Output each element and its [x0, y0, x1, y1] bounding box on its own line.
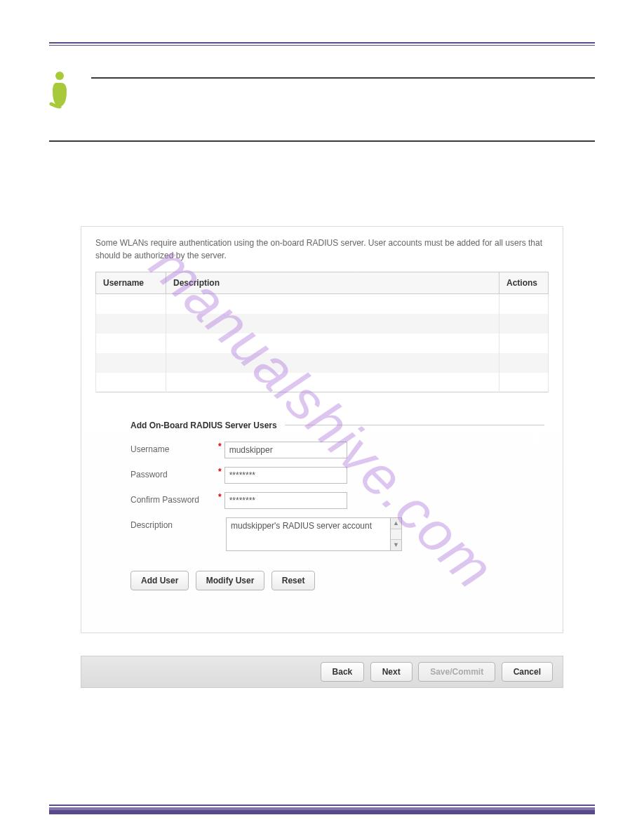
username-input[interactable]: [224, 442, 347, 458]
table-row: [96, 314, 549, 333]
textarea-scroll: ▲ ▼: [391, 517, 402, 551]
next-button[interactable]: Next: [370, 662, 412, 682]
info-icon: [46, 70, 74, 109]
add-user-form: Add On-Board RADIUS Server Users Usernam…: [130, 421, 549, 590]
cancel-button[interactable]: Cancel: [502, 662, 553, 682]
header-rule-bottom: [49, 45, 595, 46]
scroll-up-icon[interactable]: ▲: [391, 518, 401, 529]
form-title: Add On-Board RADIUS Server Users: [130, 421, 549, 430]
table-row: [96, 333, 549, 353]
radius-panel: Some WLANs require authentication using …: [81, 226, 563, 633]
username-label: Username: [130, 442, 218, 454]
password-label: Password: [130, 467, 218, 479]
header-rule-top: [49, 42, 595, 44]
wizard-footer: Back Next Save/Commit Cancel: [81, 656, 563, 688]
form-title-text: Add On-Board RADIUS Server Users: [130, 421, 277, 430]
add-user-button[interactable]: Add User: [130, 571, 189, 590]
required-marker: *: [218, 442, 222, 451]
description-label: Description: [130, 517, 218, 530]
back-button[interactable]: Back: [321, 662, 365, 682]
password-input[interactable]: [224, 467, 347, 484]
panel-intro-text: Some WLANs require authentication using …: [95, 237, 549, 262]
table-row: [96, 294, 549, 314]
table-row: [96, 353, 549, 373]
form-title-rule: [285, 425, 544, 425]
modify-user-button[interactable]: Modify User: [196, 571, 265, 590]
required-marker: *: [218, 492, 222, 502]
scroll-down-icon[interactable]: ▼: [391, 539, 401, 550]
confirm-password-label: Confirm Password: [130, 492, 218, 505]
description-textarea[interactable]: [226, 517, 391, 551]
table-row: [96, 373, 549, 392]
save-commit-button: Save/Commit: [418, 662, 495, 682]
scroll-track[interactable]: [391, 529, 401, 539]
confirm-password-input[interactable]: [224, 492, 347, 509]
page-footer-rule: [49, 805, 595, 814]
col-actions: Actions: [499, 272, 549, 294]
users-table: Username Description Actions: [95, 272, 549, 392]
col-username: Username: [96, 272, 166, 294]
svg-point-0: [55, 72, 64, 80]
reset-button[interactable]: Reset: [271, 571, 316, 590]
col-description: Description: [166, 272, 499, 294]
info-callout: [49, 77, 595, 142]
required-marker: *: [218, 467, 222, 477]
